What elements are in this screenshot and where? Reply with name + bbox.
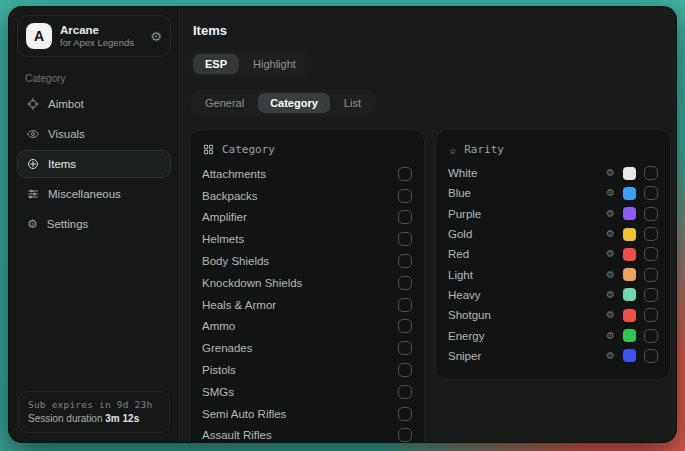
category-row-label: Body Shields [202, 255, 269, 267]
color-swatch[interactable] [623, 288, 636, 301]
sidebar-section-label: Category [9, 61, 179, 90]
checkbox[interactable] [398, 319, 412, 333]
sidebar-item-label: Items [48, 158, 76, 170]
gear-icon[interactable]: ⚙ [150, 29, 162, 44]
sidebar-item-label: Aimbot [48, 98, 84, 110]
checkbox[interactable] [398, 341, 412, 355]
category-row: Grenades [202, 337, 412, 359]
category-row: SMGs [202, 381, 412, 403]
tab-list[interactable]: List [332, 93, 373, 113]
checkbox[interactable] [398, 298, 412, 312]
rarity-row: Purple ⚙ [448, 204, 658, 224]
category-panel-header: Category [203, 143, 412, 156]
gear-icon: ⚙ [27, 218, 38, 230]
color-swatch[interactable] [623, 329, 636, 342]
gear-icon[interactable]: ⚙ [606, 331, 615, 341]
category-row-label: Ammo [202, 320, 235, 332]
gear-icon[interactable]: ⚙ [606, 290, 615, 300]
session-duration-text: Session duration 3m 12s [28, 413, 160, 424]
checkbox[interactable] [644, 329, 658, 343]
star-icon: ☆ [449, 144, 456, 156]
sliders-icon [27, 188, 39, 200]
color-swatch[interactable] [623, 248, 636, 261]
checkbox[interactable] [398, 167, 412, 181]
gear-icon[interactable]: ⚙ [606, 249, 615, 259]
sidebar-nav: Aimbot Visuals Items [9, 90, 179, 238]
gear-icon[interactable]: ⚙ [606, 351, 615, 361]
checkbox[interactable] [644, 308, 658, 322]
gear-icon[interactable]: ⚙ [606, 229, 615, 239]
checkbox[interactable] [398, 232, 412, 246]
page-title: Items [193, 23, 671, 38]
grid-icon [203, 144, 214, 155]
eye-icon [27, 128, 39, 140]
desktop-background: A Arcane for Apex Legends ⚙ Category Aim… [0, 0, 685, 451]
checkbox[interactable] [398, 385, 412, 399]
sidebar-item-settings[interactable]: ⚙ Settings [17, 210, 171, 238]
app-name: Arcane [60, 23, 134, 37]
esp-highlight-toggle: ESP Highlight [190, 51, 311, 77]
color-swatch[interactable] [623, 187, 636, 200]
gear-icon[interactable]: ⚙ [606, 168, 615, 178]
gear-icon[interactable]: ⚙ [606, 310, 615, 320]
rarity-row: Shotgun ⚙ [448, 305, 658, 325]
rarity-row-label: White [448, 167, 477, 179]
color-swatch[interactable] [623, 309, 636, 322]
rarity-row: Energy ⚙ [448, 325, 658, 345]
rarity-panel: ☆ Rarity White ⚙ Blue [435, 129, 671, 380]
checkbox[interactable] [398, 254, 412, 268]
category-row: Body Shields [202, 250, 412, 272]
color-swatch[interactable] [623, 228, 636, 241]
checkbox[interactable] [644, 227, 658, 241]
checkbox[interactable] [644, 247, 658, 261]
color-swatch[interactable] [623, 167, 636, 180]
checkbox[interactable] [644, 288, 658, 302]
arcane-app-window: A Arcane for Apex Legends ⚙ Category Aim… [8, 6, 677, 443]
checkbox[interactable] [644, 349, 658, 363]
sidebar: A Arcane for Apex Legends ⚙ Category Aim… [9, 7, 180, 442]
sidebar-item-visuals[interactable]: Visuals [17, 120, 171, 148]
toggle-esp[interactable]: ESP [193, 54, 239, 74]
checkbox[interactable] [398, 189, 412, 203]
checkbox[interactable] [398, 210, 412, 224]
app-title-block: Arcane for Apex Legends [60, 23, 134, 49]
checkbox[interactable] [644, 166, 658, 180]
tab-category[interactable]: Category [258, 93, 330, 113]
sidebar-item-miscellaneous[interactable]: Miscellaneous [17, 180, 171, 208]
rarity-row: Sniper ⚙ [448, 346, 658, 366]
checkbox[interactable] [398, 428, 412, 442]
checkbox[interactable] [644, 186, 658, 200]
rarity-row: Blue ⚙ [448, 183, 658, 203]
rarity-row-label: Sniper [448, 350, 481, 362]
sidebar-item-aimbot[interactable]: Aimbot [17, 90, 171, 118]
gear-icon[interactable]: ⚙ [606, 270, 615, 280]
rarity-row-label: Light [448, 269, 473, 281]
category-row-label: Semi Auto Rifles [202, 408, 286, 420]
rarity-row-label: Blue [448, 187, 471, 199]
rarity-row-label: Gold [448, 228, 472, 240]
category-row: Semi Auto Rifles [202, 403, 412, 425]
gear-icon[interactable]: ⚙ [606, 209, 615, 219]
gear-icon[interactable]: ⚙ [606, 188, 615, 198]
color-swatch[interactable] [623, 207, 636, 220]
sub-expires-text: Sub expires in 9d 23h [28, 399, 160, 410]
checkbox[interactable] [644, 268, 658, 282]
checkbox[interactable] [644, 207, 658, 221]
sidebar-item-items[interactable]: Items [17, 150, 171, 178]
color-swatch[interactable] [623, 268, 636, 281]
category-row-label: Pistols [202, 364, 236, 376]
category-row: Backpacks [202, 185, 412, 207]
target-icon [27, 158, 39, 170]
checkbox[interactable] [398, 276, 412, 290]
checkbox[interactable] [398, 407, 412, 421]
category-row-label: Knockdown Shields [202, 277, 302, 289]
tab-general[interactable]: General [193, 93, 256, 113]
checkbox[interactable] [398, 363, 412, 377]
category-row: Ammo [202, 316, 412, 338]
rarity-row: Heavy ⚙ [448, 285, 658, 305]
toggle-highlight[interactable]: Highlight [241, 54, 308, 74]
sidebar-item-label: Visuals [48, 128, 85, 140]
category-row: Attachments [202, 163, 412, 185]
color-swatch[interactable] [623, 349, 636, 362]
panels-row: Category Attachments Backpacks Amplifier [189, 129, 671, 443]
